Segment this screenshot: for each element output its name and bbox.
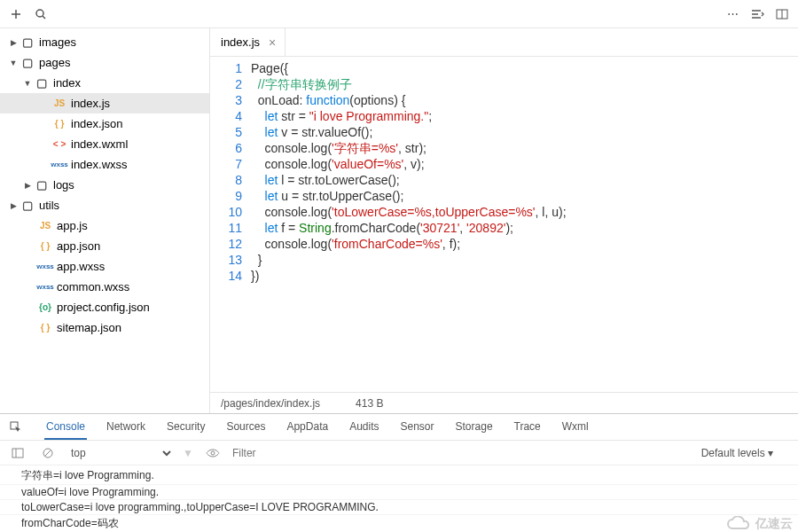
tree-item-common-wxss[interactable]: wxsscommon.wxss — [0, 277, 209, 297]
tab-label: index.js — [221, 35, 260, 49]
indent-icon[interactable] — [747, 4, 768, 25]
toggle-sidebar-icon[interactable] — [7, 442, 28, 464]
tree-item-logs[interactable]: ▶▢logs — [0, 175, 209, 195]
tree-item-project-config-json[interactable]: {o}project.config.json — [0, 297, 209, 317]
log-line: toLowerCase=i love programming.,toUpperC… — [0, 500, 798, 515]
editor-tabbar: index.js × — [210, 28, 798, 57]
tree-item-utils[interactable]: ▶▢utils — [0, 195, 209, 215]
close-icon[interactable]: × — [269, 35, 276, 50]
tree-item-images[interactable]: ▶▢images — [0, 32, 209, 52]
tree-item-app-json[interactable]: { }app.json — [0, 236, 209, 256]
tab-index-js[interactable]: index.js × — [210, 28, 286, 57]
devtab-console[interactable]: Console — [44, 415, 87, 440]
top-toolbar: ⋯ — [0, 0, 798, 28]
devtab-trace[interactable]: Trace — [512, 415, 543, 440]
devtab-sensor[interactable]: Sensor — [399, 415, 436, 440]
log-line: fromCharCode=码农 — [0, 515, 798, 532]
devtools-tabs: ConsoleNetworkSecuritySourcesAppDataAudi… — [0, 414, 798, 441]
devtab-appdata[interactable]: AppData — [285, 415, 330, 440]
add-icon[interactable] — [5, 4, 27, 25]
filter-input[interactable] — [232, 447, 692, 459]
eye-icon[interactable] — [202, 442, 223, 464]
console-log[interactable]: 字符串=i love Programming.valueOf=i love Pr… — [0, 466, 798, 532]
tree-item-app-js[interactable]: JSapp.js — [0, 215, 209, 236]
devtab-sources[interactable]: Sources — [224, 415, 267, 440]
editor-pane: index.js × 1234567891011121314 Page({ //… — [210, 28, 798, 413]
devtab-network[interactable]: Network — [105, 415, 147, 440]
devtab-audits[interactable]: Audits — [348, 415, 380, 440]
file-path: /pages/index/index.js — [221, 397, 320, 410]
more-icon[interactable]: ⋯ — [722, 4, 743, 25]
devtab-storage[interactable]: Storage — [454, 415, 495, 440]
levels-dropdown[interactable]: Default levels ▾ — [701, 447, 773, 459]
console-controls: top ▼ Default levels ▾ — [0, 441, 798, 466]
search-icon[interactable] — [30, 4, 51, 25]
tree-item-index[interactable]: ▼▢index — [0, 73, 209, 93]
log-line: 字符串=i love Programming. — [0, 467, 798, 485]
file-explorer[interactable]: ▶▢images▼▢pages▼▢indexJSindex.js{ }index… — [0, 28, 210, 413]
status-bar: /pages/index/index.js 413 B — [210, 392, 798, 413]
tree-item-index-json[interactable]: { }index.json — [0, 113, 209, 134]
split-icon[interactable] — [771, 4, 793, 25]
tree-item-pages[interactable]: ▼▢pages — [0, 52, 209, 73]
code-content: Page({ //字符串转换例子 onLoad: function(option… — [251, 60, 798, 392]
line-gutter: 1234567891011121314 — [210, 60, 251, 392]
svg-rect-3 — [12, 449, 23, 458]
context-select[interactable]: top — [67, 446, 174, 460]
svg-point-5 — [211, 451, 215, 455]
tree-item-sitemap-json[interactable]: { }sitemap.json — [0, 317, 209, 338]
devtools-panel: ConsoleNetworkSecuritySourcesAppDataAudi… — [0, 413, 798, 532]
tree-item-index-js[interactable]: JSindex.js — [0, 93, 209, 113]
tree-item-app-wxss[interactable]: wxssapp.wxss — [0, 256, 209, 277]
svg-point-0 — [36, 10, 43, 17]
file-size: 413 B — [356, 397, 383, 410]
tree-item-index-wxss[interactable]: wxssindex.wxss — [0, 154, 209, 175]
log-line: valueOf=i love Programming. — [0, 485, 798, 500]
devtab-security[interactable]: Security — [165, 415, 207, 440]
devtab-wxml[interactable]: Wxml — [560, 415, 591, 440]
tree-item-index-wxml[interactable]: < >index.wxml — [0, 134, 209, 154]
code-editor[interactable]: 1234567891011121314 Page({ //字符串转换例子 onL… — [210, 57, 798, 392]
watermark: 亿速云 — [727, 516, 793, 532]
clear-icon[interactable] — [37, 442, 59, 464]
inspect-icon[interactable] — [5, 417, 27, 438]
